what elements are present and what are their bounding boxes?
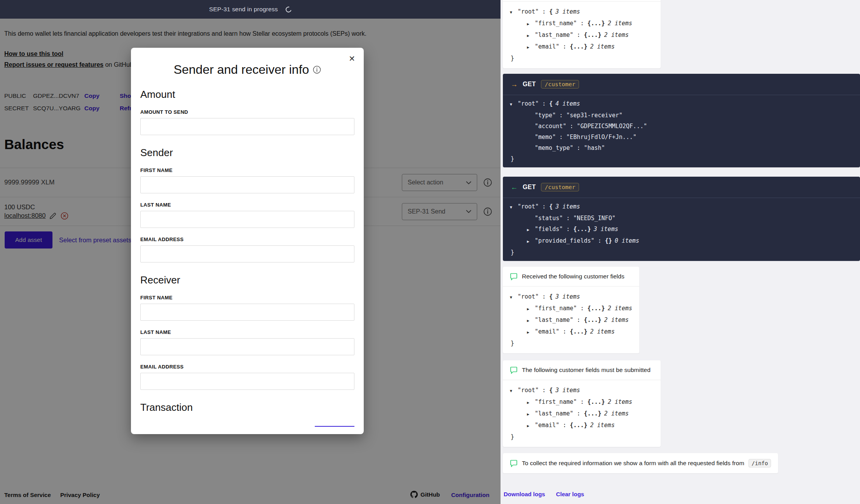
sender-last-name-input[interactable]: [140, 211, 354, 228]
status-banner-text: SEP-31 send in progress: [209, 6, 278, 13]
log-panel-footer: Download logs Clear logs: [504, 491, 584, 497]
receiver-first-name-label: FIRST NAME: [140, 295, 354, 301]
log-message-header: Received the following customer fields: [503, 267, 639, 286]
tree-row: "type" : "sep31-receiver": [510, 110, 853, 121]
expand-icon[interactable]: ▶: [527, 42, 535, 53]
response-header: ← GET /customer: [503, 177, 860, 198]
http-method: GET: [523, 81, 536, 88]
receiver-first-name-input[interactable]: [140, 304, 354, 321]
json-tree: ▼"root" : {3 items ▶"first_name" : {...}…: [503, 2, 661, 68]
log-card-fields-must-be-submitted: The following customer fields must be su…: [503, 360, 661, 447]
tree-row: ▶"last_name" : {...}2 items: [510, 30, 654, 41]
sender-first-name-input[interactable]: [140, 176, 354, 193]
endpoint-badge: /customer: [541, 80, 579, 89]
tree-row: ▶"first_name" : {...}2 items: [510, 303, 632, 315]
tree-row: ▶"email" : {...}2 items: [510, 41, 654, 53]
sender-section-heading: Sender: [140, 147, 354, 159]
log-card-customer-fields-top: ▼"root" : {3 items ▶"first_name" : {...}…: [503, 0, 661, 68]
tree-row: "account" : "GDPEZIC5MMLO2QF...": [510, 121, 853, 132]
log-message-header: The following customer fields must be su…: [503, 360, 661, 380]
submit-link-underline[interactable]: [315, 426, 354, 427]
tree-row: ▶"email" : {...}2 items: [510, 420, 654, 431]
sender-first-name-label: FIRST NAME: [140, 167, 354, 173]
log-card-received-fields: Received the following customer fields ▼…: [503, 267, 639, 353]
amount-to-send-label: AMOUNT TO SEND: [140, 109, 354, 115]
collapse-icon[interactable]: ▼: [510, 202, 518, 213]
endpoint-badge: /customer: [541, 183, 579, 191]
chat-bubble-icon: [510, 273, 518, 280]
tree-row: ▼"root" : {3 items: [510, 291, 632, 303]
log-card-get-customer-response: ← GET /customer ▼"root" : {3 items "stat…: [503, 177, 860, 261]
tree-row: ▶"fields" : {...}3 items: [510, 224, 853, 235]
log-message-text: Received the following customer fields: [522, 273, 625, 280]
tree-row: "status" : "NEEDS_INFO": [510, 213, 853, 224]
receiver-email-input[interactable]: [140, 373, 354, 390]
tree-row: ▼"root" : {3 items: [510, 201, 853, 213]
app-root: SEP-31 send in progress This demo wallet…: [0, 0, 860, 504]
tree-row: ▼"root" : {3 items: [510, 6, 654, 18]
tree-row: ▶"first_name" : {...}2 items: [510, 18, 654, 30]
sender-email-label: EMAIL ADDRESS: [140, 236, 354, 242]
tree-row: }: [510, 53, 654, 64]
log-message-text: The following customer fields must be su…: [522, 367, 651, 374]
chat-bubble-icon: [510, 366, 518, 374]
expand-icon[interactable]: ▶: [527, 304, 535, 315]
tree-row: ▶"last_name" : {...}2 items: [510, 315, 632, 326]
log-card-collect-info: To collect the required information we s…: [503, 453, 778, 473]
json-tree: ▼"root" : {3 items ▶"first_name" : {...}…: [503, 380, 661, 447]
log-panel: ▼"root" : {3 items ▶"first_name" : {...}…: [501, 0, 860, 504]
tree-row: ▶"first_name" : {...}2 items: [510, 396, 654, 408]
tree-row: }: [510, 153, 853, 164]
expand-icon[interactable]: ▶: [527, 315, 535, 326]
tree-row: ▼"root" : {4 items: [510, 98, 853, 110]
info-icon[interactable]: [313, 66, 321, 74]
amount-to-send-input[interactable]: [140, 118, 354, 135]
expand-icon[interactable]: ▶: [527, 421, 535, 431]
receiver-last-name-input[interactable]: [140, 338, 354, 355]
status-banner: SEP-31 send in progress: [0, 0, 501, 19]
sender-receiver-modal: ✕ Sender and receiver info Amount AMOUNT…: [131, 48, 364, 434]
expand-icon[interactable]: ▶: [527, 19, 535, 30]
sender-last-name-label: LAST NAME: [140, 202, 354, 208]
receiver-last-name-label: LAST NAME: [140, 329, 354, 335]
log-card-get-customer-request: → GET /customer ▼"root" : {4 items "type…: [503, 74, 860, 167]
expand-icon[interactable]: ▶: [527, 409, 535, 420]
json-tree: ▼"root" : {3 items "status" : "NEEDS_INF…: [503, 198, 860, 261]
tree-row: ▶"email" : {...}2 items: [510, 326, 632, 338]
modal-title-row: Sender and receiver info: [140, 63, 354, 77]
tree-row: }: [510, 431, 654, 442]
expand-icon[interactable]: ▶: [527, 397, 535, 408]
transaction-section-heading: Transaction: [140, 401, 354, 414]
chat-bubble-icon: [510, 459, 518, 467]
log-message-header: To collect the required information we s…: [503, 453, 778, 473]
tree-row: ▶"provided_fields" : {}0 items: [510, 235, 853, 247]
json-tree: ▼"root" : {3 items ▶"first_name" : {...}…: [503, 287, 639, 353]
loading-spinner-icon: [284, 5, 292, 13]
expand-icon[interactable]: ▶: [527, 327, 535, 338]
expand-icon[interactable]: ▶: [527, 236, 535, 247]
tree-row: ▶"last_name" : {...}2 items: [510, 408, 654, 420]
amount-section-heading: Amount: [140, 89, 354, 101]
tree-row: }: [510, 247, 853, 258]
close-icon[interactable]: ✕: [347, 53, 357, 64]
collapse-icon[interactable]: ▼: [510, 386, 518, 396]
tree-row: "memo" : "EBhrujFdlO/F+Jn...": [510, 132, 853, 143]
collapse-icon[interactable]: ▼: [510, 292, 518, 303]
expand-icon[interactable]: ▶: [527, 224, 535, 235]
tree-row: "memo_type" : "hash": [510, 143, 853, 153]
endpoint-chip: /info: [748, 459, 771, 468]
collapse-icon[interactable]: ▼: [510, 99, 518, 110]
request-header: → GET /customer: [503, 74, 860, 95]
expand-icon[interactable]: ▶: [527, 30, 535, 41]
sender-email-input[interactable]: [140, 245, 354, 262]
receiver-section-heading: Receiver: [140, 274, 354, 286]
log-message-text: To collect the required information we s…: [522, 460, 744, 467]
tree-row: }: [510, 338, 632, 349]
clear-logs-button[interactable]: Clear logs: [556, 491, 584, 497]
http-method: GET: [523, 184, 536, 191]
receiver-email-label: EMAIL ADDRESS: [140, 364, 354, 370]
modal-title: Sender and receiver info: [174, 63, 309, 77]
incoming-arrow-icon: ←: [511, 183, 518, 191]
download-logs-button[interactable]: Download logs: [504, 491, 545, 497]
collapse-icon[interactable]: ▼: [510, 7, 518, 18]
